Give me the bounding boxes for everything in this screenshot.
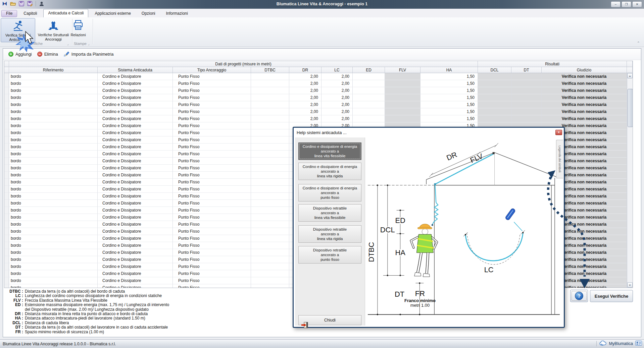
- dialog-option-button-1[interactable]: Cordino e dissipatore di energia ancorat…: [298, 142, 361, 160]
- cell-dtbc[interactable]: [251, 151, 289, 158]
- cell-ha[interactable]: 1,50: [420, 87, 478, 94]
- cell-dcl[interactable]: [478, 115, 511, 122]
- cell-dt[interactable]: [511, 73, 542, 80]
- cell-dtbc[interactable]: [251, 200, 289, 207]
- cell-riferimento[interactable]: bordo: [9, 214, 98, 221]
- scrollbar-thumb[interactable]: [628, 89, 633, 127]
- cell-sistema[interactable]: Cordino e Dissipatore: [98, 284, 173, 288]
- cell-sistema[interactable]: Cordino e Dissipatore: [98, 94, 173, 101]
- row-selector[interactable]: [4, 108, 9, 115]
- cell-dt[interactable]: [511, 87, 542, 94]
- row-selector[interactable]: [4, 221, 9, 228]
- cell-sistema[interactable]: Cordino e Dissipatore: [98, 242, 173, 249]
- cell-tipo[interactable]: Punto Fisso: [173, 101, 251, 108]
- cell-flv[interactable]: [385, 101, 420, 108]
- tab-file[interactable]: File: [1, 10, 17, 17]
- cell-flv[interactable]: [385, 115, 420, 122]
- ribbon-button-relazioni[interactable]: Relazioni: [67, 18, 89, 42]
- cell-riferimento[interactable]: bordo: [9, 101, 98, 108]
- cell-riferimento[interactable]: bordo: [9, 200, 98, 207]
- cell-ha[interactable]: 1,50: [420, 94, 478, 101]
- run-verifications-button[interactable]: Esegui Verifiche: [590, 290, 633, 302]
- cell-sistema[interactable]: Cordino e Dissipatore: [98, 101, 173, 108]
- row-selector[interactable]: [4, 235, 9, 242]
- row-selector[interactable]: [4, 136, 9, 143]
- column-header-dr[interactable]: DR: [289, 67, 321, 73]
- row-selector[interactable]: [4, 122, 9, 129]
- group-dialog-launcher-icon[interactable]: ⌟: [67, 42, 68, 46]
- cell-riferimento[interactable]: bordo: [9, 242, 98, 249]
- cell-giudizio[interactable]: Verifica non necessaria: [542, 101, 627, 108]
- row-selector[interactable]: [4, 172, 9, 179]
- cell-tipo[interactable]: Punto Fisso: [173, 214, 251, 221]
- cell-dcl[interactable]: [478, 80, 511, 87]
- cell-dcl[interactable]: [478, 73, 511, 80]
- cell-dtbc[interactable]: [251, 256, 289, 263]
- cell-lc[interactable]: 2,00: [321, 115, 353, 122]
- cell-ha[interactable]: 1,50: [420, 80, 478, 87]
- cell-flv[interactable]: [385, 108, 420, 115]
- cell-flv[interactable]: [385, 87, 420, 94]
- cell-riferimento[interactable]: bordo: [9, 235, 98, 242]
- cell-ha[interactable]: 1,50: [420, 108, 478, 115]
- cell-dtbc[interactable]: [251, 235, 289, 242]
- row-selector[interactable]: [4, 165, 9, 172]
- tab-applicazioni-esterne[interactable]: Applicazioni esterne: [90, 10, 135, 17]
- cell-tipo[interactable]: Punto Fisso: [173, 108, 251, 115]
- cell-riferimento[interactable]: bordo: [9, 277, 98, 284]
- cell-riferimento[interactable]: bordo: [9, 228, 98, 235]
- cell-tipo[interactable]: Punto Fisso: [173, 270, 251, 277]
- cell-tipo[interactable]: Punto Fisso: [173, 200, 251, 207]
- cell-dt[interactable]: [511, 108, 542, 115]
- cell-dt[interactable]: [511, 94, 542, 101]
- maximize-button[interactable]: ❐: [622, 1, 631, 7]
- row-selector[interactable]: [4, 228, 9, 235]
- cell-lc[interactable]: 2,00: [321, 73, 353, 80]
- cell-riferimento[interactable]: bordo: [9, 80, 98, 87]
- row-selector[interactable]: [4, 129, 9, 136]
- minimize-button[interactable]: –: [611, 1, 621, 7]
- cell-ed[interactable]: [353, 73, 385, 80]
- group-dialog-launcher-icon[interactable]: ⌟: [88, 42, 89, 46]
- cell-riferimento[interactable]: bordo: [9, 207, 98, 214]
- cell-sistema[interactable]: Cordino e Dissipatore: [98, 122, 173, 129]
- cell-ha[interactable]: 1,50: [420, 115, 478, 122]
- row-selector[interactable]: [4, 200, 9, 207]
- row-selector[interactable]: [4, 151, 9, 158]
- cell-riferimento[interactable]: bordo: [9, 143, 98, 151]
- cell-riferimento[interactable]: bordo: [9, 122, 98, 129]
- cell-dcl[interactable]: [478, 87, 511, 94]
- cell-dt[interactable]: [511, 115, 542, 122]
- cell-lc[interactable]: 2,00: [321, 108, 353, 115]
- cell-riferimento[interactable]: bordo: [9, 158, 98, 165]
- cell-tipo[interactable]: Punto Fisso: [173, 221, 251, 228]
- cell-tipo[interactable]: Punto Fisso: [173, 228, 251, 235]
- cell-ed[interactable]: [353, 94, 385, 101]
- cell-sistema[interactable]: Cordino e Dissipatore: [98, 151, 173, 158]
- cell-flv[interactable]: [385, 80, 420, 87]
- chiudi-button[interactable]: Chiudi: [298, 315, 361, 325]
- column-header-giudizio[interactable]: Giudizio: [542, 67, 627, 73]
- cell-ed[interactable]: [353, 115, 385, 122]
- cell-tipo[interactable]: Punto Fisso: [173, 249, 251, 256]
- cell-riferimento[interactable]: bordo: [9, 129, 98, 136]
- row-selector[interactable]: [4, 284, 9, 288]
- cell-riferimento[interactable]: bordo: [9, 221, 98, 228]
- cell-dtbc[interactable]: [251, 207, 289, 214]
- column-header-dcl[interactable]: DCL: [478, 67, 511, 73]
- cell-flv[interactable]: [385, 94, 420, 101]
- cell-tipo[interactable]: Punto Fisso: [173, 122, 251, 129]
- cell-dcl[interactable]: [478, 108, 511, 115]
- cell-dtbc[interactable]: [251, 242, 289, 249]
- cell-sistema[interactable]: Cordino e Dissipatore: [98, 228, 173, 235]
- cell-dtbc[interactable]: [251, 129, 289, 136]
- cell-riferimento[interactable]: bordo: [9, 193, 98, 200]
- cell-tipo[interactable]: Punto Fisso: [173, 87, 251, 94]
- cell-tipo[interactable]: Punto Fisso: [173, 94, 251, 101]
- cell-tipo[interactable]: Punto Fisso: [173, 179, 251, 186]
- column-header-dt[interactable]: DT: [511, 67, 542, 73]
- cell-sistema[interactable]: Cordino e Dissipatore: [98, 165, 173, 172]
- user-icon[interactable]: [39, 1, 45, 7]
- row-selector[interactable]: [4, 115, 9, 122]
- save-icon[interactable]: [18, 1, 24, 7]
